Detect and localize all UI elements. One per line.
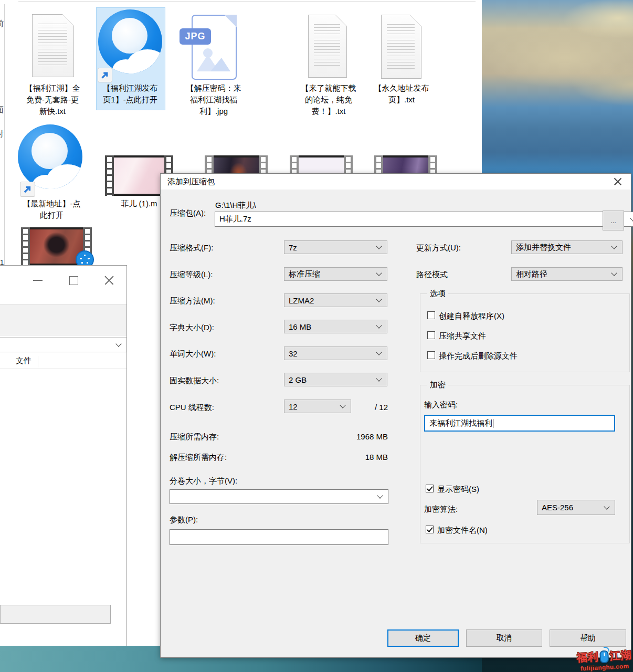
level-label: 压缩等级(L): [170, 270, 213, 280]
shared-files-checkbox-label[interactable]: 压缩共享文件 [439, 331, 486, 341]
format-value: 7z [289, 243, 297, 252]
text-lines-icon [38, 21, 67, 67]
jpg-badge: JPG [180, 28, 211, 45]
chevron-down-icon [611, 270, 617, 276]
volume-size-combobox[interactable] [170, 489, 388, 504]
cpu-threads-total: / 12 [335, 403, 388, 412]
chevron-down-icon [611, 243, 617, 249]
archive-name-combobox[interactable]: H菲儿.7z [215, 212, 633, 227]
dialog-title: 添加到压缩包 [167, 177, 215, 187]
delete-after-checkbox-label[interactable]: 操作完成后删除源文件 [439, 351, 518, 361]
encrypt-filenames-checkbox[interactable] [426, 526, 434, 533]
dict-size-label: 字典大小(D): [170, 323, 214, 333]
solid-size-label: 固实数据大小: [170, 376, 219, 386]
encryption-method-value: AES-256 [542, 503, 573, 512]
show-password-checkbox[interactable] [426, 485, 434, 492]
parameters-input[interactable] [170, 529, 388, 545]
delete-after-checkbox[interactable] [427, 351, 435, 359]
update-mode-value: 添加并替换文件 [516, 243, 571, 253]
watermark-text-left: 福利 [576, 650, 599, 665]
qq-browser-icon[interactable] [98, 9, 162, 74]
ok-button[interactable]: 确定 [387, 629, 459, 647]
watermark-title: 福利 江湖 [576, 648, 632, 665]
txt-file-icon[interactable] [381, 15, 421, 79]
qq-browser-icon[interactable] [18, 124, 82, 189]
method-label: 压缩方法(M): [170, 296, 215, 306]
format-select[interactable]: 7z [284, 240, 387, 254]
encryption-method-select[interactable]: AES-256 [537, 500, 615, 515]
dict-size-select[interactable]: 16 MB [284, 320, 387, 333]
desktop-icon-label[interactable]: 【永久地址发布 页】.txt [362, 82, 441, 106]
cpu-threads-value: 12 [289, 402, 298, 411]
path-mode-select[interactable]: 相对路径 [511, 267, 623, 281]
method-value: LZMA2 [289, 296, 314, 305]
help-button[interactable]: 帮助 [550, 629, 626, 647]
sfx-checkbox[interactable] [427, 311, 435, 319]
chevron-down-icon [376, 243, 382, 249]
chevron-down-icon [630, 215, 633, 221]
password-input[interactable]: 来福利江湖找福利 [424, 415, 615, 432]
level-value: 标准压缩 [289, 269, 320, 279]
minimize-icon [33, 280, 43, 281]
format-label: 压缩格式(F): [170, 243, 213, 253]
desktop-icon-label[interactable]: 【解压密码：来 福利江湖找福 利】.jpg [174, 82, 253, 117]
show-password-label[interactable]: 显示密码(S) [437, 485, 479, 495]
dict-size-value: 16 MB [289, 322, 311, 331]
film-sprockets [105, 155, 114, 196]
encryption-group-title: 加密 [427, 380, 448, 390]
archive-label: 压缩包(A): [170, 208, 206, 218]
shortcut-arrow-icon [20, 182, 35, 197]
decompress-memory-label: 解压缩所需内存: [170, 453, 227, 463]
chevron-down-icon [376, 296, 382, 302]
word-size-select[interactable]: 32 [284, 346, 387, 360]
dialog-close-button[interactable] [611, 176, 625, 187]
desktop-icon-label[interactable]: 【福利江湖发布 页1】-点此打开 [91, 82, 170, 106]
level-select[interactable]: 标准压缩 [284, 267, 387, 281]
browse-button[interactable]: ... [603, 211, 624, 230]
method-select[interactable]: LZMA2 [284, 293, 387, 307]
toolbar [0, 304, 126, 335]
cpu-threads-label: CPU 线程数: [170, 403, 214, 413]
column-header-files[interactable]: 文件 [0, 354, 126, 369]
qq-ring [112, 18, 147, 54]
compress-memory-label: 压缩所需内存: [170, 432, 219, 442]
cancel-button[interactable]: 取消 [466, 629, 542, 647]
shared-files-checkbox[interactable] [427, 331, 435, 339]
background-window: 文件 [0, 265, 127, 646]
watermark: 福利 江湖 fulijianghu.com [576, 648, 632, 671]
word-size-label: 单词大小(W): [170, 349, 216, 359]
dialog-titlebar[interactable]: 添加到压缩包 [161, 174, 631, 190]
sfx-checkbox-label[interactable]: 创建自释放程序(X) [439, 311, 504, 321]
archive-path: G:\1\H菲儿\ [215, 201, 256, 211]
txt-file-icon[interactable] [308, 15, 347, 78]
text-caret [493, 419, 493, 428]
chevron-down-icon [604, 503, 609, 509]
add-to-archive-dialog: 添加到压缩包 压缩包(A): G:\1\H菲儿\ H菲儿.7z ... 压缩格式… [160, 173, 631, 658]
chevron-down-icon [377, 492, 383, 498]
desktop-icon-label[interactable]: 【最新地址】-点 此打开 [11, 198, 92, 221]
chevron-down-icon [115, 341, 121, 346]
update-mode-select[interactable]: 添加并替换文件 [511, 240, 623, 254]
encryption-method-label: 加密算法: [424, 505, 458, 514]
desktop-icon-label[interactable]: 【来了就能下载 的论坛，纯免 费！】.txt [289, 82, 368, 117]
minimize-button[interactable] [30, 273, 45, 288]
path-mode-value: 相对路径 [516, 269, 547, 279]
qq-ring [31, 133, 68, 169]
solid-size-value: 2 GB [289, 375, 307, 384]
close-button[interactable] [102, 273, 117, 288]
parameters-label: 参数(P): [170, 515, 198, 525]
close-icon [613, 176, 623, 187]
text-lines-icon [314, 22, 340, 68]
encrypt-filenames-label[interactable]: 加密文件名(N) [437, 526, 488, 536]
compress-memory-value: 1968 MB [283, 432, 388, 441]
text-lines-icon [387, 22, 415, 69]
close-icon [104, 275, 114, 286]
jpg-file-icon[interactable] [192, 15, 237, 80]
chevron-down-icon [376, 349, 382, 355]
desktop-icon-label[interactable]: 【福利江湖】全 免费-无套路-更 新快.txt [13, 82, 92, 117]
solid-size-select[interactable]: 2 GB [284, 373, 387, 386]
update-mode-label: 更新方式(U): [416, 243, 461, 253]
txt-file-icon[interactable] [32, 14, 74, 77]
maximize-button[interactable] [66, 273, 81, 288]
address-combobox[interactable] [0, 338, 127, 352]
